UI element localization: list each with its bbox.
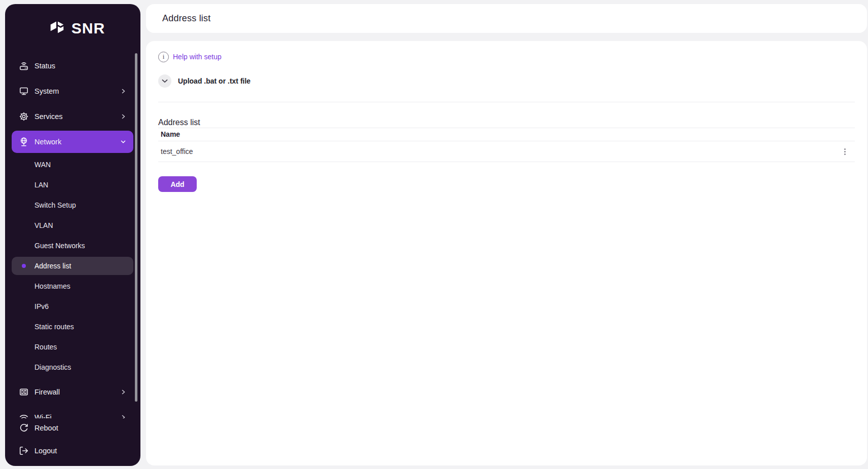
sidebar-item-vlan[interactable]: VLAN — [12, 215, 133, 236]
sidebar-item-label: Reboot — [34, 424, 126, 432]
sidebar-item-label: Static routes — [34, 323, 126, 331]
sidebar-item-address-list[interactable]: Address list — [12, 257, 133, 275]
page-title: Address list — [162, 13, 210, 24]
reboot-icon — [19, 423, 29, 433]
sidebar-item-diagnostics[interactable]: Diagnostics — [12, 357, 133, 377]
sidebar: SNR Status — [5, 4, 140, 466]
sidebar-item-label: Hostnames — [34, 282, 126, 290]
info-icon: i — [158, 52, 169, 62]
monitor-icon — [19, 86, 29, 96]
sidebar-item-ipv6[interactable]: IPv6 — [12, 296, 133, 317]
sidebar-item-wan[interactable]: WAN — [12, 154, 133, 175]
row-actions-menu-button[interactable] — [840, 146, 850, 157]
sidebar-item-label: Status — [34, 62, 126, 70]
sidebar-item-status[interactable]: Status — [12, 53, 133, 79]
sidebar-item-label: Network — [34, 138, 115, 146]
app-root: SNR Status — [0, 0, 868, 469]
sidebar-item-label: Switch Setup — [34, 201, 126, 209]
chevron-right-icon — [120, 389, 126, 395]
sidebar-item-label: Routes — [34, 343, 126, 351]
sidebar-item-label: Guest Networks — [34, 242, 126, 250]
sidebar-footer: Reboot Logout — [5, 416, 140, 462]
sidebar-item-firewall[interactable]: Firewall — [12, 379, 133, 405]
sidebar-item-label: IPv6 — [34, 302, 126, 310]
brand-logo: SNR — [9, 18, 140, 38]
gear-icon — [19, 111, 29, 122]
table-header-name: Name — [158, 128, 855, 141]
sidebar-item-label: System — [34, 87, 115, 95]
help-row: i Help with setup — [158, 51, 855, 62]
sidebar-item-logout[interactable]: Logout — [12, 439, 133, 462]
upload-label: Upload .bat or .txt file — [178, 77, 250, 85]
sidebar-item-hostnames[interactable]: Hostnames — [12, 276, 133, 296]
chevron-right-icon — [120, 88, 126, 94]
selected-dot-icon — [22, 264, 26, 268]
sidebar-item-label: VLAN — [34, 221, 126, 229]
sidebar-item-label: Firewall — [34, 388, 115, 396]
address-list-entry-name: test_office — [161, 147, 193, 156]
kebab-icon — [844, 148, 846, 150]
section-divider — [158, 102, 855, 102]
logout-icon — [19, 446, 29, 456]
brand-logo-text: SNR — [71, 21, 105, 36]
brand-logo-icon — [49, 19, 67, 37]
router-icon — [19, 61, 29, 71]
sidebar-item-system[interactable]: System — [12, 79, 133, 104]
firewall-icon — [19, 387, 29, 397]
sidebar-item-label: Address list — [34, 262, 126, 270]
sidebar-item-lan[interactable]: LAN — [12, 175, 133, 195]
sidebar-item-label: WAN — [34, 161, 126, 169]
sidebar-item-label: Logout — [34, 447, 126, 455]
sidebar-item-services[interactable]: Services — [12, 104, 133, 129]
address-list-table: Name test_office — [158, 128, 855, 162]
table-row: test_office — [158, 141, 855, 162]
sidebar-item-reboot[interactable]: Reboot — [12, 416, 133, 439]
page-header: Address list — [146, 4, 867, 33]
upload-expand-button[interactable] — [158, 74, 171, 88]
sidebar-nav: Status System — [5, 53, 140, 418]
help-with-setup-link[interactable]: Help with setup — [173, 53, 222, 61]
sidebar-item-label: LAN — [34, 181, 126, 189]
sidebar-item-network[interactable]: Network — [12, 131, 133, 153]
content-card: i Help with setup Upload .bat or .txt fi… — [146, 41, 867, 465]
sidebar-scrollbar-thumb[interactable] — [135, 53, 137, 402]
chevron-down-icon — [160, 76, 169, 86]
sidebar-item-label: Services — [34, 112, 115, 121]
sidebar-item-routes[interactable]: Routes — [12, 337, 133, 357]
sidebar-item-static-routes[interactable]: Static routes — [12, 317, 133, 337]
globe-icon — [19, 137, 29, 147]
sidebar-item-guest-networks[interactable]: Guest Networks — [12, 236, 133, 256]
address-list-section-title: Address list — [158, 118, 855, 128]
sidebar-item-label: Diagnostics — [34, 363, 126, 371]
chevron-down-icon — [120, 139, 126, 145]
sidebar-item-switch-setup[interactable]: Switch Setup — [12, 195, 133, 215]
add-button[interactable]: Add — [158, 176, 197, 192]
chevron-right-icon — [120, 113, 126, 120]
upload-expander[interactable]: Upload .bat or .txt file — [158, 74, 855, 88]
